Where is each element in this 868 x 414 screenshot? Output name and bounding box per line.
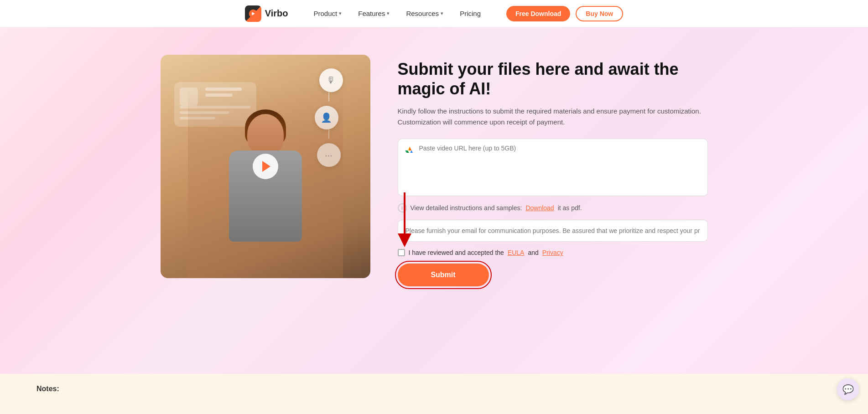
instructions-text: View detailed instructions and samples:: [411, 204, 522, 212]
video-url-textarea-wrapper: [398, 139, 708, 196]
notes-section: Notes:: [0, 374, 868, 414]
instructions-line: i View detailed instructions and samples…: [398, 203, 708, 212]
download-link[interactable]: Download: [525, 204, 554, 212]
privacy-link[interactable]: Privacy: [542, 249, 563, 256]
info-icon: i: [398, 203, 407, 212]
video-container[interactable]: 🎙 👤 ···: [161, 55, 370, 278]
left-side: 🎙 👤 ···: [161, 55, 370, 278]
chat-widget[interactable]: 💬: [837, 378, 859, 400]
form-title: Submit your files here and await the mag…: [398, 59, 708, 98]
person-image: [188, 87, 343, 278]
chat-icon: 💬: [842, 384, 854, 395]
microphone-icon: 🎙: [327, 75, 336, 86]
submit-button[interactable]: Submit: [398, 264, 489, 286]
annotation-area: I have reviewed and accepted the EULA an…: [398, 220, 708, 286]
video-url-input[interactable]: [419, 145, 701, 190]
person-silhouette: [202, 96, 329, 278]
eula-row: I have reviewed and accepted the EULA an…: [398, 249, 708, 256]
nav-item-pricing[interactable]: Pricing: [460, 10, 481, 17]
eula-and-text: and: [528, 249, 538, 256]
form-area: i View detailed instructions and samples…: [398, 139, 708, 286]
logo-icon: [245, 5, 261, 22]
notes-label: Notes:: [36, 385, 59, 393]
eula-checkbox[interactable]: [398, 249, 405, 256]
play-button[interactable]: [253, 154, 278, 179]
chevron-down-icon: ▾: [387, 10, 390, 16]
email-input-wrapper: [398, 220, 708, 242]
nav-item-features[interactable]: Features ▾: [358, 10, 390, 17]
submit-wrapper: Submit: [398, 264, 489, 286]
logo[interactable]: Virbo: [245, 5, 288, 22]
google-drive-icon: [405, 145, 415, 155]
free-download-button[interactable]: Free Download: [506, 6, 570, 21]
chevron-down-icon: ▾: [339, 10, 342, 16]
eula-link[interactable]: EULA: [508, 249, 525, 256]
main-content: 🎙 👤 ···: [0, 27, 868, 374]
nav-cta-group: Free Download Buy Now: [506, 6, 623, 21]
person-head: [247, 114, 284, 155]
right-side: Submit your files here and await the mag…: [398, 55, 708, 286]
nav-item-resources[interactable]: Resources ▾: [406, 10, 443, 17]
eula-text-before: I have reviewed and accepted the: [409, 249, 504, 256]
navbar: Virbo Product ▾ Features ▾ Resources ▾ P…: [0, 0, 868, 27]
email-input[interactable]: [405, 227, 700, 234]
form-subtitle: Kindly follow the instructions to submit…: [398, 106, 708, 128]
buy-now-button[interactable]: Buy Now: [576, 6, 623, 21]
chevron-down-icon: ▾: [441, 10, 443, 16]
logo-text: Virbo: [265, 8, 288, 19]
instructions-suffix: it as pdf.: [558, 204, 582, 212]
nav-item-product[interactable]: Product ▾: [314, 10, 342, 17]
